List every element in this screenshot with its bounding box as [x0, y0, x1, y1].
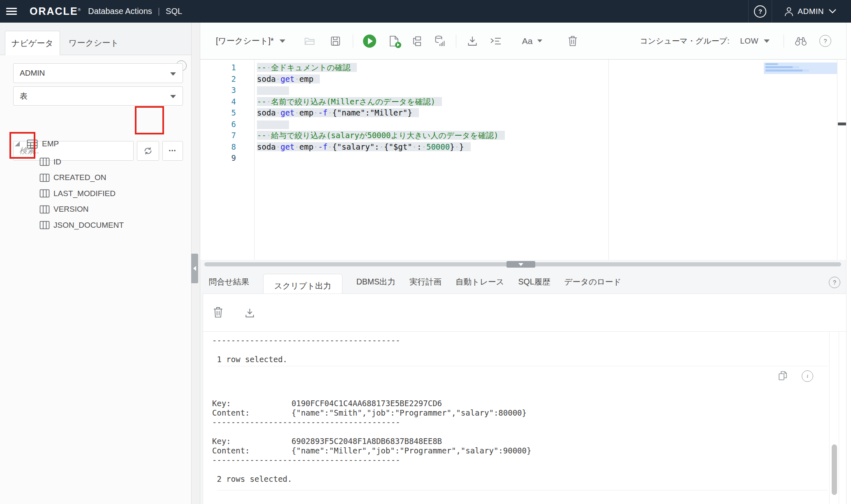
results-tab-自動トレース[interactable]: 自動トレース — [456, 276, 504, 287]
line-number: 4 — [200, 96, 254, 108]
results-tab-DBMS出力[interactable]: DBMS出力 — [356, 276, 395, 287]
caret-down-icon — [280, 39, 285, 43]
info-icon[interactable]: i — [802, 370, 813, 382]
consumer-group-value: LOW — [740, 37, 758, 46]
open-file-button[interactable] — [304, 37, 315, 46]
more-actions-button[interactable]: ••• — [162, 141, 183, 161]
minimap[interactable] — [764, 62, 837, 74]
caret-down-icon — [170, 95, 176, 98]
main-right-border — [846, 23, 846, 504]
sidebar: ナビゲータ ワークシート ? ADMIN 表 ••• — [0, 23, 191, 504]
splitter-collapse-handle[interactable] — [506, 261, 535, 268]
tree-item-column-version[interactable]: VERSION — [0, 201, 89, 217]
code-line-5[interactable]: soda·get·emp·-f·{"name":"Miller"} — [254, 107, 846, 119]
object-type-select[interactable]: 表 — [13, 86, 183, 106]
results-help-icon[interactable]: ? — [829, 277, 840, 288]
tab-navigator[interactable]: ナビゲータ — [5, 31, 60, 55]
code-line-9[interactable] — [254, 153, 846, 164]
sidebar-collapse-handle[interactable] — [191, 254, 198, 283]
line-number: 5 — [200, 107, 254, 119]
code-line-3[interactable] — [254, 85, 846, 96]
clear-worksheet-button[interactable] — [568, 35, 578, 46]
tree-item-label: VERSION — [53, 205, 89, 214]
run-statement-button[interactable] — [363, 35, 376, 48]
results-tab-問合せ結果[interactable]: 問合せ結果 — [209, 276, 249, 287]
script-output-panel: ----------------------------------------… — [203, 294, 846, 504]
refresh-icon — [143, 146, 153, 156]
results-tab-実行計画[interactable]: 実行計画 — [409, 276, 442, 287]
tab-worksheet[interactable]: ワークシート — [69, 31, 119, 55]
editor-code[interactable]: --·全ドキュメントの確認soda·get·emp--·名前で絞り込み(Mill… — [254, 62, 846, 164]
copy-icon[interactable] — [778, 370, 789, 382]
tree-item-column-id[interactable]: ID — [0, 154, 61, 170]
download-output-button[interactable] — [245, 308, 255, 318]
tree-item-label: JSON_DOCUMENT — [53, 221, 124, 230]
run-script-button[interactable] — [389, 35, 400, 47]
sidebar-tabs: ナビゲータ ワークシート ? — [0, 23, 191, 55]
clear-output-button[interactable] — [213, 306, 223, 318]
scrollbar-thumb[interactable] — [832, 444, 837, 495]
code-line-6[interactable] — [254, 119, 846, 130]
output-divider — [217, 490, 828, 490]
table-icon — [27, 139, 38, 149]
output-block-actions: i — [778, 370, 813, 382]
tree-item-column-last_modified[interactable]: LAST_MODIFIED — [0, 185, 116, 201]
title-separator: | — [158, 7, 160, 16]
format-button[interactable] — [490, 36, 502, 46]
user-menu[interactable]: ADMIN — [772, 7, 851, 16]
topbar-help-icon[interactable]: ? — [754, 5, 766, 18]
code-line-2[interactable]: soda·get·emp — [254, 74, 846, 85]
tree-item-label: LAST_MODIFIED — [53, 189, 116, 198]
consumer-group-label: コンシューマ・グループ: — [640, 36, 729, 46]
schema-select[interactable]: ADMIN — [13, 63, 183, 83]
module-title: SQL — [166, 7, 182, 16]
schema-select-value: ADMIN — [20, 69, 45, 78]
trash-icon — [213, 306, 223, 318]
annotation-box-refresh — [135, 106, 164, 134]
worksheet-toolbar: [ワークシート]* — [200, 23, 846, 60]
tree-item-emp[interactable]: EMP — [0, 138, 59, 150]
results-tab-データのロード[interactable]: データのロード — [564, 276, 622, 287]
line-number: 8 — [200, 141, 254, 153]
user-name: ADMIN — [798, 7, 824, 16]
line-number: 3 — [200, 85, 254, 96]
save-button[interactable] — [331, 36, 340, 46]
worksheet-help-icon[interactable]: ? — [819, 35, 831, 47]
triangle-left-icon — [193, 266, 196, 271]
output-block-2: Key:0190FCF04C1C4AA688173E5BE2297CD6Cont… — [212, 399, 531, 484]
minimap-border — [837, 60, 837, 260]
output-scrollbar[interactable] — [829, 332, 839, 504]
line-number: 6 — [200, 119, 254, 130]
scrollbar-marker[interactable] — [838, 123, 846, 125]
code-line-8[interactable]: soda·get·emp·-f·{"salary":·{"$gt"·:·5000… — [254, 141, 846, 153]
autotrace-icon — [435, 35, 445, 46]
download-icon — [245, 308, 255, 318]
caret-down-icon — [764, 39, 770, 43]
font-size-selector[interactable]: Aa — [522, 36, 543, 46]
code-line-7[interactable]: --·給与で絞り込み(salaryが50000より大きい人のデータを確認) — [254, 130, 846, 141]
trash-icon — [568, 35, 578, 46]
tree-item-label: EMP — [42, 139, 59, 148]
tree-item-column-created_on[interactable]: CREATED_ON — [0, 170, 106, 186]
hamburger-menu-icon[interactable] — [6, 8, 17, 15]
emp-expand-caret[interactable] — [15, 141, 20, 146]
consumer-group-select[interactable]: LOW — [740, 37, 770, 46]
results-tabs: 問合せ結果スクリプト出力DBMS出力実行計画自動トレースSQL履歴データのロード — [200, 270, 826, 294]
download-button[interactable] — [467, 36, 478, 46]
find-button[interactable] — [795, 36, 807, 46]
product-title: Database Actions — [88, 7, 152, 16]
explain-plan-button[interactable] — [412, 36, 422, 46]
code-editor[interactable]: 123456789 --·全ドキュメントの確認soda·get·emp--·名前… — [200, 60, 846, 260]
results-tab-SQL履歴[interactable]: SQL履歴 — [518, 276, 550, 287]
autotrace-button[interactable] — [435, 35, 445, 46]
code-line-1[interactable]: --·全ドキュメントの確認 — [254, 62, 846, 74]
oracle-logo: ORACLE® — [30, 5, 81, 17]
tree-item-column-json_document[interactable]: JSON_DOCUMENT — [0, 217, 124, 233]
code-line-4[interactable]: --·名前で絞り込み(Millerさんのデータを確認) — [254, 96, 846, 108]
worksheet-name: [ワークシート]* — [216, 35, 274, 46]
refresh-button[interactable] — [137, 141, 159, 161]
caret-down-icon — [537, 39, 542, 42]
explain-plan-icon — [412, 36, 422, 46]
worksheet-selector[interactable]: [ワークシート]* — [216, 35, 285, 46]
column-icon — [39, 221, 50, 229]
